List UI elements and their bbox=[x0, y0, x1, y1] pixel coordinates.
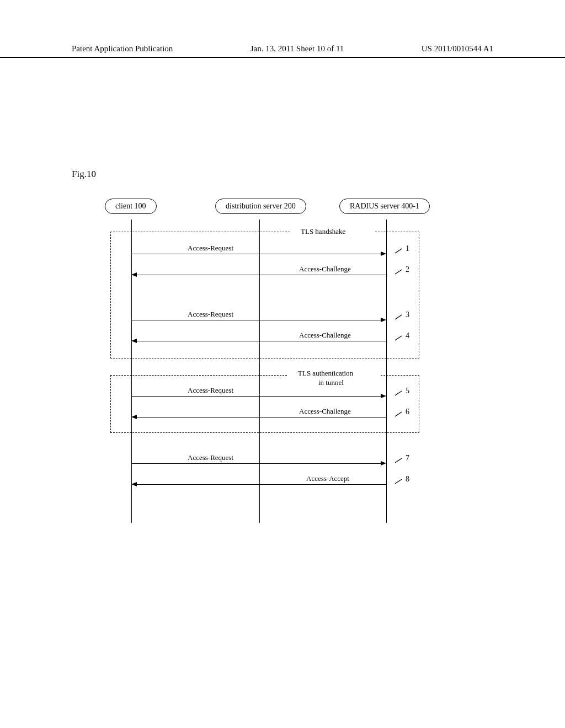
step-slash-6 bbox=[394, 411, 403, 417]
dash-segment bbox=[259, 284, 260, 306]
page-header: Patent Application Publication Jan. 13, … bbox=[0, 44, 565, 58]
arrow-head-5 bbox=[381, 394, 386, 398]
svg-line-0 bbox=[395, 249, 402, 253]
arrow-2 bbox=[137, 275, 386, 275]
phase-box-handshake-top-right bbox=[375, 232, 419, 232]
step-slash-2 bbox=[394, 269, 403, 275]
phase-box-auth bbox=[110, 375, 419, 433]
svg-line-4 bbox=[395, 391, 402, 395]
svg-line-7 bbox=[395, 479, 402, 484]
step-num-7: 7 bbox=[406, 454, 409, 463]
step-num-1: 1 bbox=[406, 244, 409, 253]
svg-line-5 bbox=[395, 412, 402, 416]
step-num-2: 2 bbox=[406, 265, 409, 274]
svg-line-6 bbox=[395, 458, 402, 463]
arrow-7 bbox=[131, 463, 381, 464]
header-center: Jan. 13, 2011 Sheet 10 of 11 bbox=[250, 44, 344, 53]
step-num-6: 6 bbox=[406, 408, 409, 416]
phase-box-auth-top-right bbox=[381, 375, 419, 376]
svg-line-1 bbox=[395, 270, 402, 274]
step-slash-4 bbox=[394, 335, 403, 341]
arrow-5 bbox=[131, 396, 381, 397]
step-num-5: 5 bbox=[406, 387, 409, 395]
step-slash-7 bbox=[394, 457, 403, 464]
participant-radius-server: RADIUS server 400-1 bbox=[339, 199, 430, 214]
arrow-head-4 bbox=[131, 339, 137, 343]
phase-label-auth: TLS authentication bbox=[298, 369, 353, 378]
arrow-head-7 bbox=[381, 461, 386, 465]
svg-line-3 bbox=[395, 336, 402, 340]
arrow-6 bbox=[137, 417, 386, 417]
svg-line-2 bbox=[395, 315, 402, 319]
sequence-diagram: client 100 distribution server 200 RADIU… bbox=[94, 199, 480, 513]
phase-label-auth2: in tunnel bbox=[318, 378, 344, 387]
participant-client: client 100 bbox=[105, 199, 157, 214]
step-num-8: 8 bbox=[406, 475, 409, 484]
msg-label-7: Access-Request bbox=[188, 453, 233, 512]
phase-label-handshake: TLS handshake bbox=[301, 227, 345, 236]
arrow-4 bbox=[137, 341, 386, 341]
step-slash-5 bbox=[394, 390, 403, 397]
arrow-head-3 bbox=[381, 318, 386, 322]
arrow-head-1 bbox=[381, 251, 386, 256]
phase-box-handshake bbox=[110, 232, 419, 358]
header-left: Patent Application Publication bbox=[72, 44, 173, 53]
arrow-8 bbox=[137, 484, 386, 485]
arrow-head-6 bbox=[131, 415, 137, 419]
step-slash-8 bbox=[394, 478, 403, 485]
header-right: US 2011/0010544 A1 bbox=[422, 44, 493, 53]
phase-box-auth-top-left bbox=[110, 375, 287, 376]
step-num-3: 3 bbox=[406, 311, 409, 319]
arrow-head-2 bbox=[131, 272, 137, 277]
step-num-4: 4 bbox=[406, 331, 409, 340]
step-slash-1 bbox=[394, 248, 403, 254]
step-slash-3 bbox=[394, 314, 403, 320]
participant-distribution-server: distribution server 200 bbox=[215, 199, 306, 214]
arrow-head-8 bbox=[131, 482, 137, 486]
phase-box-handshake-top-left bbox=[110, 232, 290, 232]
arrow-1 bbox=[131, 254, 381, 254]
figure-label: Fig.10 bbox=[72, 169, 96, 180]
msg-label-8: Access-Accept bbox=[306, 474, 349, 512]
arrow-3 bbox=[131, 320, 381, 320]
